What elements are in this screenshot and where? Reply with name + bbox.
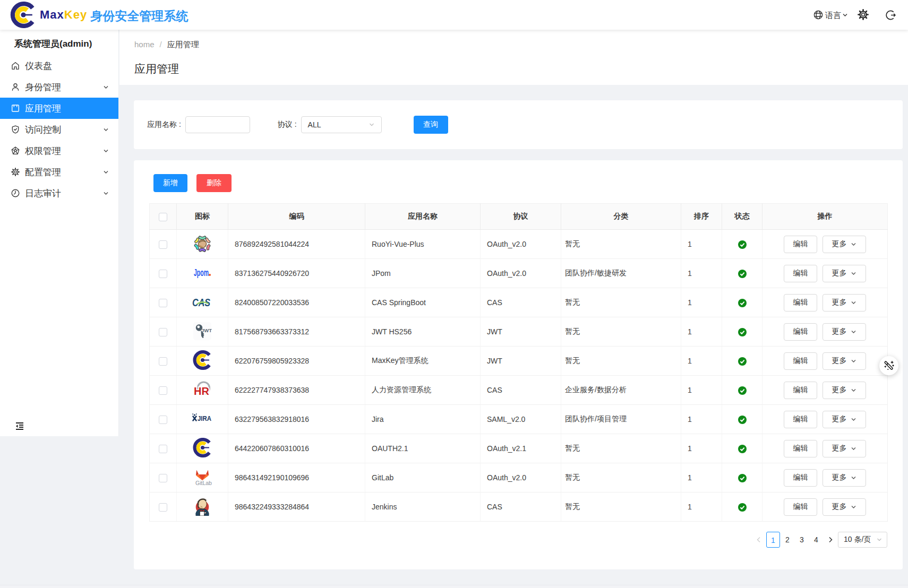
svg-text:JWT: JWT: [201, 327, 212, 333]
svg-text:GitLab: GitLab: [195, 480, 212, 486]
svg-text:Jpom: Jpom: [194, 267, 209, 278]
svg-text:HR: HR: [194, 385, 209, 397]
svg-text:JIRA: JIRA: [198, 414, 211, 422]
